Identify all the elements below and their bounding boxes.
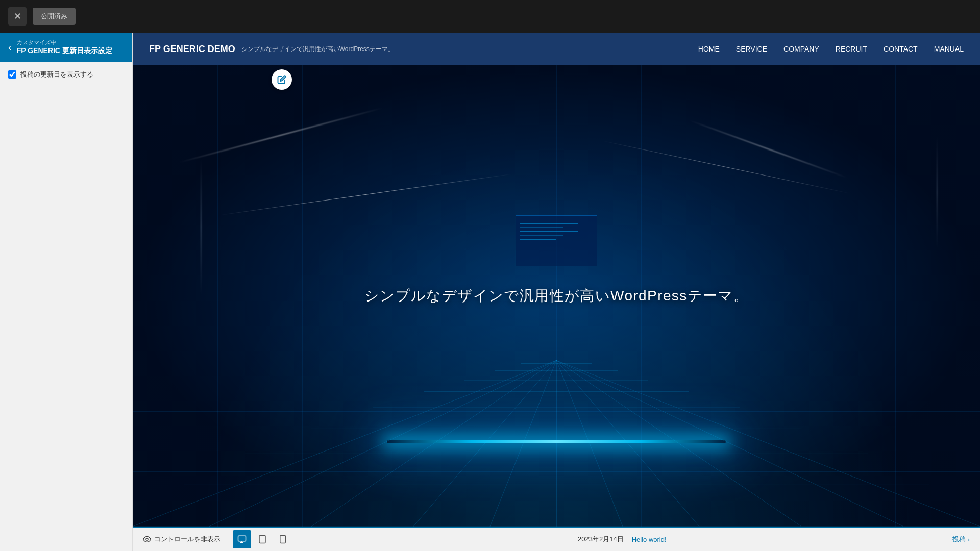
checkbox-row[interactable]: 投稿の更新日を表示する [8,70,124,79]
admin-bar-left: ✕ 公開済み [8,7,76,26]
panel-line-2 [520,227,564,228]
customizing-label: カスタマイズ中 [17,39,112,46]
tablet-icon-button[interactable] [253,530,272,548]
sidebar-content: 投稿の更新日を表示する [0,62,132,551]
hero-text: シンプルなデザインで汎用性が高いWordPressテーマ。 [364,286,749,306]
panel-line-4 [520,235,564,236]
eye-icon [143,535,151,543]
checkbox-label[interactable]: 投稿の更新日を表示する [20,70,93,79]
bottom-left: コントロールを非表示 [143,530,292,548]
svg-line-19 [556,361,903,527]
post-button[interactable]: 投稿 › [952,535,970,544]
svg-line-13 [413,361,556,527]
publish-button[interactable]: 公開済み [33,8,76,25]
site-logo: FP GENERIC DEMO [149,44,235,55]
site-tagline: シンプルなデザインで汎用性が高いWordPressテーマ。 [241,45,394,54]
nav-manual[interactable]: MANUAL [934,45,964,53]
sidebar-title-block: カスタマイズ中 FP GENERIC 更新日表示設定 [17,39,112,56]
device-icons [233,530,292,548]
hide-controls-label: コントロールを非表示 [154,535,220,544]
svg-line-14 [490,361,556,527]
svg-line-12 [311,361,556,527]
panel-line-3 [520,231,578,232]
svg-point-21 [146,538,148,540]
tablet-icon [258,535,267,544]
preview-area: FP GENERIC DEMO シンプルなデザインで汎用性が高いWordPres… [133,33,980,551]
nav-contact[interactable]: CONTACT [884,45,918,53]
hero-section: シンプルなデザインで汎用性が高いWordPressテーマ。 [133,65,980,527]
show-date-checkbox[interactable] [8,70,16,79]
bottom-right: 投稿 › [952,535,970,544]
mobile-icon-button[interactable] [274,530,292,548]
bottom-center: 2023年2月14日 Hello world! [292,535,952,544]
svg-line-11 [209,361,556,527]
hide-controls-button[interactable]: コントロールを非表示 [143,535,220,544]
svg-line-9 [133,361,556,527]
post-arrow-icon: › [968,536,970,543]
edit-pencil-button[interactable] [272,69,292,90]
mobile-icon [278,535,287,544]
svg-line-10 [556,361,980,527]
bottom-bar: コントロールを非表示 [133,527,980,551]
desktop-icon-button[interactable] [233,530,251,548]
desktop-icon [237,535,247,544]
main-layout: ‹ カスタマイズ中 FP GENERIC 更新日表示設定 投稿の更新日を表示する [0,33,980,551]
bottom-date: 2023年2月14日 [578,535,624,544]
admin-bar: ✕ 公開済み [0,0,980,33]
svg-line-16 [556,361,623,527]
site-header: FP GENERIC DEMO シンプルなデザインで汎用性が高いWordPres… [133,33,980,65]
floor-grid [133,319,980,527]
svg-rect-22 [238,536,246,541]
svg-line-18 [556,361,801,527]
nav-home[interactable]: HOME [698,45,720,53]
nav-service[interactable]: SERVICE [736,45,767,53]
nav-recruit[interactable]: RECRUIT [836,45,867,53]
hero-panel [516,215,597,266]
site-nav: HOME SERVICE COMPANY RECRUIT CONTACT MAN… [698,45,964,53]
panel-line-1 [520,223,578,224]
close-button[interactable]: ✕ [8,7,27,26]
sidebar-header: ‹ カスタマイズ中 FP GENERIC 更新日表示設定 [0,33,132,62]
customizer-sidebar: ‹ カスタマイズ中 FP GENERIC 更新日表示設定 投稿の更新日を表示する [0,33,133,551]
platform-glow [387,440,726,443]
nav-company[interactable]: COMPANY [783,45,819,53]
section-title: FP GENERIC 更新日表示設定 [17,46,112,56]
post-label: 投稿 [952,535,966,544]
bottom-post-link[interactable]: Hello world! [632,536,667,543]
back-button[interactable]: ‹ [8,41,12,53]
svg-line-17 [556,361,699,527]
panel-line-5 [520,239,556,240]
